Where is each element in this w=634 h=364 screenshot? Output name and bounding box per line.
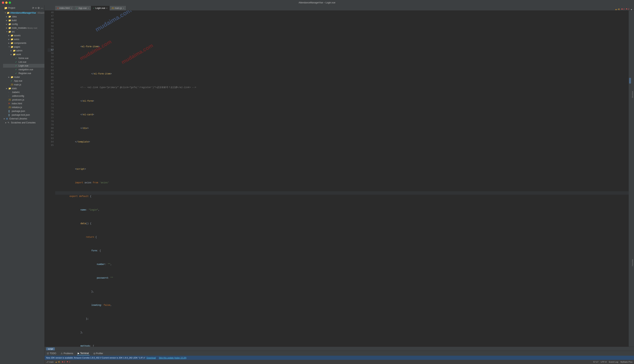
tree-item-home-vue[interactable]: ✓ home.vue: [3, 56, 44, 60]
tab-label: index.html: [59, 7, 70, 10]
vue-tab-icon: ✓: [76, 7, 78, 10]
tree-item-admin[interactable]: ▶ 📁 admin: [3, 49, 44, 52]
warning-icon: ▲: [55, 361, 57, 363]
download-link[interactable]: Download: [146, 357, 156, 359]
code-content[interactable]: mudaima.com mudaima.com mudaima.com <el-…: [55, 10, 629, 346]
more-icon[interactable]: ⚙: [38, 6, 40, 10]
tree-item-package-lock-json[interactable]: {} package-lock.json: [3, 113, 44, 117]
code-line-65: loading: false,: [55, 300, 629, 304]
tree-item-login-vue[interactable]: ✓ Login.vue: [3, 64, 44, 68]
structure-label[interactable]: Structure: [632, 91, 634, 98]
git-status[interactable]: ⎇ main: [46, 361, 54, 363]
tree-item-package-json[interactable]: {} package.json: [3, 109, 44, 113]
tree-item-work[interactable]: ▶ 📁 work: [3, 52, 44, 56]
problems-tab[interactable]: ⚠ Problems: [60, 352, 74, 355]
tab-close-icon[interactable]: ✕: [123, 7, 124, 9]
tree-item-initialize-js[interactable]: JS initialize.js: [3, 106, 44, 109]
mybatis-status[interactable]: MyBatis Plus: [620, 361, 632, 363]
todo-icon: ☑: [47, 352, 49, 355]
js-icon: JS: [8, 98, 11, 101]
tree-item-external-libraries[interactable]: ▶ ⊞ External Libraries: [3, 117, 44, 120]
warning-count[interactable]: ▲ 45: [55, 361, 60, 363]
tree-item-build[interactable]: ▶ 📁 build: [3, 18, 44, 22]
tab-close-icon[interactable]: ✕: [88, 7, 89, 9]
tab-login-vue[interactable]: ✓ Login.vue ✕: [91, 6, 110, 10]
error-count-2[interactable]: ⚑ 2: [66, 361, 70, 363]
status-right: 57:17 UTF-8 Event Log MyBatis Plus: [593, 361, 632, 363]
folder-icon: 📁: [10, 76, 14, 78]
code-line-46: <el-form-item>: [55, 42, 629, 45]
tab-label: Login.vue: [96, 7, 105, 10]
arrow: ▶: [8, 38, 10, 40]
tree-item-postcssrc[interactable]: JS .postcssrc.js: [3, 98, 44, 102]
tree-item-babelrc[interactable]: · .babelrc: [3, 90, 44, 94]
window-controls[interactable]: [2, 2, 11, 4]
refresh-icon[interactable]: ⟳: [32, 6, 34, 10]
tree-item-main-js[interactable]: JS main.js: [3, 83, 44, 86]
todo-tab[interactable]: ☑ TODO: [46, 352, 57, 355]
scratches-and-consoles[interactable]: ▶ ✎ Scratches and Consoles: [3, 120, 44, 125]
watermark-3: mudaima.com: [121, 44, 154, 64]
label: router: [14, 76, 20, 78]
close-button[interactable]: [2, 2, 4, 4]
error-count-1[interactable]: ✖ 2: [62, 361, 65, 363]
code-line-68: methods: {: [55, 341, 629, 344]
tab-close-icon[interactable]: ✕: [106, 7, 108, 9]
label: build: [12, 19, 16, 22]
root-folder-icon: 📁: [7, 12, 10, 14]
tree-item-node-modules[interactable]: ▶ 📁 node_modules library root: [3, 26, 44, 30]
tree-item-config[interactable]: ▶ 📁 config: [3, 22, 44, 26]
tree-item-register-vue[interactable]: ✓ Register.vue: [3, 72, 44, 75]
tree-item-axios[interactable]: ▶ 📁 axios: [3, 38, 44, 41]
project-header-actions[interactable]: ⟳ ≡ ⚙ —: [32, 6, 43, 10]
tree-item-assets[interactable]: ▶ 📁 assets: [3, 34, 44, 38]
project-header: 📁 Project ⟳ ≡ ⚙ —: [3, 5, 44, 10]
tree-item-idea[interactable]: ▶ 📁 .idea: [3, 15, 44, 18]
minimize-button[interactable]: [5, 2, 8, 4]
line-col: 57:17: [593, 361, 598, 363]
tree-item-router[interactable]: ▶ 📁 router: [3, 75, 44, 79]
code-line-51: </el-card>: [55, 110, 629, 113]
collapse-all-icon[interactable]: ≡: [35, 6, 37, 10]
arrow: ▶: [8, 76, 10, 78]
encoding-status[interactable]: UTF-8: [601, 361, 606, 363]
tree-item-editorconfig[interactable]: · .editorconfig: [3, 94, 44, 98]
code-line-67: },: [55, 327, 629, 331]
script-tab[interactable]: script: [46, 347, 55, 350]
line-numbers: 4647484950 5152535455 5657585960 6162636…: [48, 10, 55, 346]
tab-index-html[interactable]: H index.html ✕: [55, 6, 74, 10]
tree-item-app-vue[interactable]: ✓ App.vue: [3, 79, 44, 83]
label: main.js: [14, 83, 21, 86]
tab-close-icon[interactable]: ✕: [70, 7, 72, 9]
tab-main-js[interactable]: JS main.js ✕: [110, 6, 126, 10]
label: initialize.js: [12, 106, 22, 109]
tree-item-navigation-vue[interactable]: ✓ navigation.vue: [3, 68, 44, 72]
tree-item-static[interactable]: ▶ 📁 static: [3, 86, 44, 90]
tree-item-list-vue[interactable]: ✓ List.vue: [3, 60, 44, 64]
collapse-icon[interactable]: ▲: [630, 8, 632, 10]
maximize-button[interactable]: [9, 2, 11, 4]
profiler-tab[interactable]: ◎ Profiler: [92, 352, 104, 355]
tab-app-vue[interactable]: ✓ App.vue ✕: [74, 6, 91, 10]
activity-bar: [0, 5, 3, 364]
skip-link[interactable]: Skip this update (today 15:28): [159, 357, 186, 359]
library-icon: ⊞: [6, 117, 9, 120]
tree-root[interactable]: ▼ 📁 AttendanceManagerVue ~/Downloads/mud…: [3, 11, 44, 15]
tree-item-src[interactable]: ▼ 📁 src: [3, 30, 44, 34]
badge: library root: [28, 27, 37, 29]
json-icon: {}: [8, 110, 11, 112]
tab-label: App.vue: [78, 7, 87, 10]
problems-label: Problems: [64, 352, 73, 355]
bottom-toolbar: ☑ TODO ⚠ Problems ▶ Terminal ◎ Profiler: [44, 351, 634, 356]
favorites-label[interactable]: Favorites: [632, 259, 634, 266]
tree-item-pages[interactable]: ▼ 📁 pages: [3, 45, 44, 49]
profiler-icon: ◎: [94, 352, 95, 355]
watermark-1: mudaima.com: [95, 10, 132, 32]
event-log-status[interactable]: Event Log: [609, 361, 618, 363]
tree-item-components[interactable]: ▶ 📁 components: [3, 41, 44, 45]
tree-item-index-html[interactable]: H index.html: [3, 102, 44, 106]
arrow: ▼: [6, 31, 8, 33]
terminal-tab[interactable]: ▶ Terminal: [77, 352, 90, 355]
folder-icon: 📁: [13, 53, 16, 56]
minus-icon[interactable]: —: [41, 6, 43, 10]
